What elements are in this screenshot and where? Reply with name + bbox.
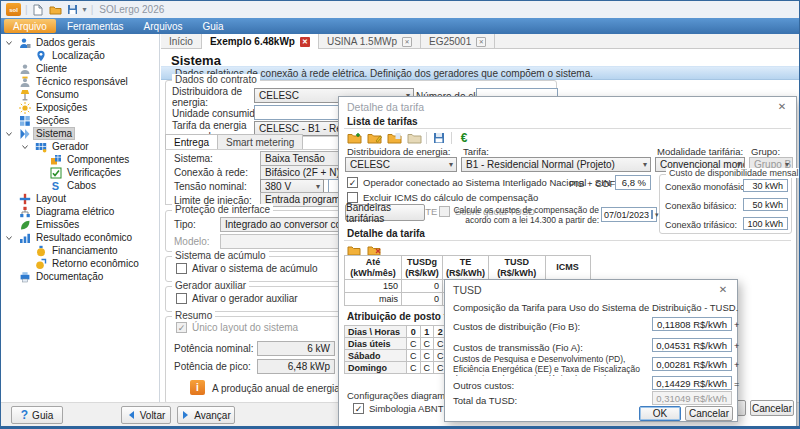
cell-ate[interactable]: 150 xyxy=(345,280,402,293)
tree-item-consumo[interactable]: Consumo xyxy=(1,88,159,101)
menu-guia[interactable]: Guia xyxy=(194,19,233,33)
cancel-button[interactable]: Cancelar xyxy=(750,400,794,416)
column-header: TUSDg(R$/kW) xyxy=(402,256,443,280)
chevron-down-icon[interactable] xyxy=(4,38,13,47)
tree-item-retorno[interactable]: Retorno econômico xyxy=(1,257,159,270)
tree-item-tecnico[interactable]: Técnico responsável xyxy=(1,75,159,88)
menu-ferramentas[interactable]: Ferramentas xyxy=(58,19,133,33)
pd-ee-tfsee-label: Custos de Pesquisa e Desenvolvimento (PD… xyxy=(453,354,649,376)
tab-inicio[interactable]: Início xyxy=(161,34,202,49)
monofasico-input[interactable]: 30 kWh xyxy=(743,179,788,192)
bifasico-input[interactable]: 50 kWh xyxy=(743,198,788,211)
fio-a-input[interactable]: 0,04531 R$/kWh xyxy=(652,338,732,352)
simbologia-abnt-checkbox[interactable]: ✓Simbologia ABNT xyxy=(353,403,443,414)
close-icon[interactable]: ✕ xyxy=(775,101,789,112)
tree-item-layout[interactable]: Layout xyxy=(1,192,159,205)
column-header: TUSD(R$/kWh) xyxy=(489,256,546,280)
open-folder-icon[interactable] xyxy=(49,3,62,16)
client-icon xyxy=(18,63,31,75)
tree-item-financiamento[interactable]: Financiamento xyxy=(1,244,159,257)
chevron-down-icon[interactable] xyxy=(20,142,29,151)
value-text: 0,31049 R$/kWh xyxy=(656,393,727,404)
tree-item-label: Emissões xyxy=(34,219,81,230)
tree-item-documentacao[interactable]: Documentação xyxy=(1,270,159,283)
posto-cell[interactable]: C xyxy=(420,338,434,350)
dialog-title-bar: Detalhe da tarifa✕ xyxy=(339,97,796,116)
posto-cell[interactable]: C xyxy=(407,362,421,374)
tree-item-label: Retorno econômico xyxy=(50,258,141,269)
tree-item-componentes[interactable]: Componentes xyxy=(1,153,159,166)
tab-usina[interactable]: USINA 1.5MWp✕ xyxy=(319,34,421,49)
menu-arquivos[interactable]: Arquivos xyxy=(135,19,192,33)
tree-item-cabos[interactable]: S Cabos xyxy=(1,179,159,192)
avancar-button[interactable]: Avançar xyxy=(177,406,235,424)
new-document-icon[interactable] xyxy=(32,3,45,16)
tree-item-gerador[interactable]: Gerador xyxy=(1,140,159,153)
trifasico-input[interactable]: 100 kWh xyxy=(743,217,788,230)
tab-eg25001[interactable]: EG25001✕ xyxy=(421,34,495,49)
fio-b-input[interactable]: 0,11808 R$/kWh xyxy=(652,317,732,331)
quick-access-dropdown-icon[interactable]: ▾ xyxy=(83,5,87,14)
distribuidora-select[interactable]: CELESC▾ xyxy=(345,157,457,172)
ativar-acumulo-checkbox[interactable]: Ativar o sistema de acúmulo xyxy=(176,263,318,274)
location-pin-icon xyxy=(34,50,47,62)
tree-item-resultado[interactable]: Resultado econômico xyxy=(1,231,159,244)
pis-cofins-input[interactable]: 6,8 % xyxy=(615,175,651,190)
posto-cell[interactable]: C xyxy=(407,338,421,350)
tree-item-sistema[interactable]: Sistema xyxy=(1,127,159,140)
cell-ate[interactable]: mais xyxy=(345,293,402,306)
day-label: Dias úteis xyxy=(345,338,407,350)
outros-custos-input[interactable]: 0,14429 R$/kWh xyxy=(652,376,732,390)
chevron-down-icon[interactable] xyxy=(4,129,13,138)
edit-tariff-icon[interactable] xyxy=(366,131,382,145)
checkbox-icon xyxy=(176,263,187,274)
close-tab-icon[interactable]: ✕ xyxy=(402,37,412,47)
posto-cell[interactable]: C xyxy=(420,362,434,374)
cancel-button[interactable]: Cancelar xyxy=(685,406,733,421)
close-icon[interactable]: ✕ xyxy=(716,284,730,295)
ok-button[interactable]: OK xyxy=(639,406,681,421)
tab-smart-metering[interactable]: Smart metering xyxy=(218,134,303,150)
currency-export-icon[interactable]: € xyxy=(456,131,472,145)
menu-arquivo[interactable]: Arquivo xyxy=(4,19,56,33)
layout-icon xyxy=(18,193,31,205)
tree-item-verificacoes[interactable]: Verificações xyxy=(1,166,159,179)
tree-item-secoes[interactable]: Seções xyxy=(1,114,159,127)
lei-date-picker[interactable]: 07/01/2023▾ xyxy=(601,207,657,222)
printer-icon xyxy=(18,271,31,283)
tarifa-select[interactable]: B1 - Residencial Normal (Projeto)▾ xyxy=(461,157,651,172)
chevron-down-icon[interactable] xyxy=(4,233,13,242)
cell-tusdg[interactable]: 0 xyxy=(402,280,443,293)
posto-cell[interactable]: C xyxy=(420,350,434,362)
save-icon[interactable] xyxy=(66,3,79,16)
tab-exemplo[interactable]: Exemplo 6.48kWp✕ xyxy=(202,34,319,49)
tree-item-emissoes[interactable]: Emissões xyxy=(1,218,159,231)
pd-ee-tfsee-input[interactable]: 0,00281 R$/kWh xyxy=(652,357,732,371)
save-tariff-icon[interactable] xyxy=(431,131,447,145)
ativar-gerador-checkbox[interactable]: Ativar o gerador auxiliar xyxy=(176,293,298,304)
tree-item-label: Documentação xyxy=(34,271,105,282)
tree-item-exposicoes[interactable]: Exposições xyxy=(1,101,159,114)
new-tariff-icon[interactable] xyxy=(346,131,362,145)
sun-exposure-icon xyxy=(18,102,31,114)
close-tab-icon[interactable]: ✕ xyxy=(476,37,486,47)
posto-cell[interactable]: C xyxy=(407,350,421,362)
tree-item-diagrama[interactable]: Diagrama elétrico xyxy=(1,205,159,218)
voltar-button[interactable]: Voltar xyxy=(121,406,171,424)
tree-item-label: Exposições xyxy=(34,102,89,113)
cell-tusdg[interactable]: 0 xyxy=(402,293,443,306)
tree-item-cliente[interactable]: Cliente xyxy=(1,62,159,75)
tree-item-label: Cliente xyxy=(34,63,69,74)
bandeiras-tarifarias-button[interactable]: Bandeiras tarifárias xyxy=(345,204,425,221)
group-legend: Proteção de interface xyxy=(172,204,273,215)
tab-entrega[interactable]: Entrega xyxy=(165,134,218,150)
tab-label: USINA 1.5MWp xyxy=(327,36,397,47)
close-tab-icon[interactable]: ✕ xyxy=(300,37,310,47)
copy-tariff-icon[interactable] xyxy=(386,131,402,145)
tree-item-dados-gerais[interactable]: Dados gerais xyxy=(1,36,159,49)
app-window: sol | ▾ | SOLergo 2026 Arquivo Ferrament… xyxy=(0,0,800,429)
tree-item-localizacao[interactable]: Localização xyxy=(1,49,159,62)
delete-tariff-icon[interactable] xyxy=(406,131,422,145)
modelo-label: Modelo: xyxy=(174,236,210,247)
guia-button[interactable]: ?Guia xyxy=(11,406,63,424)
